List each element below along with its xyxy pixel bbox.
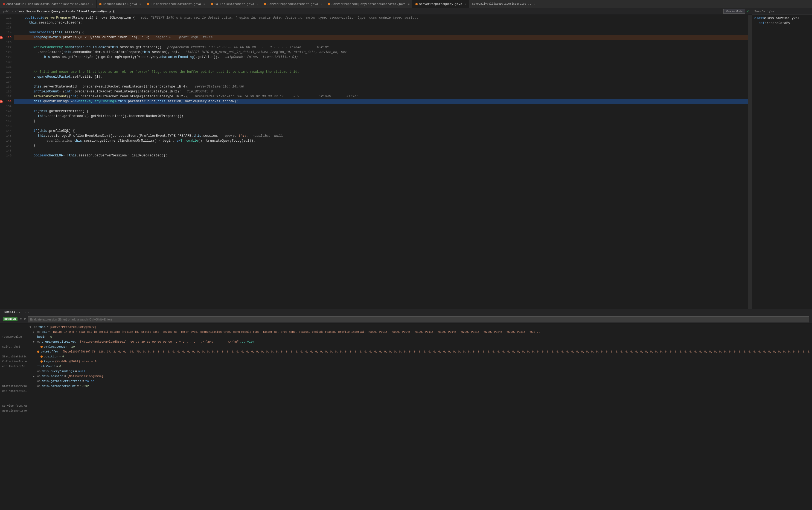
- tab-label-scala: AbstractCollectionStatusStatisticService…: [6, 2, 89, 6]
- debug-item-this[interactable]: ▼ oo this = [ServerPreparedQuery@5672]: [30, 325, 810, 330]
- tab-dot-serverpreparedquery: [415, 3, 417, 5]
- detail-tab-item[interactable]: Detail...: [3, 310, 22, 314]
- code-line-144: if (this.profileSQL) {: [14, 128, 748, 133]
- debug-left-item-15: [0, 393, 27, 398]
- code-line-134: [14, 79, 748, 84]
- debug-item-sql[interactable]: ▶ oo sql = 'INSERT INTO d_h_stat_col_lp_…: [30, 330, 810, 334]
- debug-item-tags[interactable]: tags = {HashMap@5687} size = 0: [30, 359, 810, 364]
- circle-icon-position: [40, 356, 43, 358]
- ln-131: 131: [0, 64, 11, 69]
- tab-close-testcase[interactable]: ✕: [408, 2, 410, 6]
- code-line-146: eventDuration: this.session.getCurrentTi…: [14, 138, 748, 143]
- tab-close-serverpreparedquery[interactable]: ✕: [465, 2, 466, 6]
- ln-141: 141: [0, 114, 11, 119]
- ln-147: 147: [0, 143, 11, 148]
- circle-icon-payloadlength: [40, 346, 43, 348]
- tab-dot-testcase: [328, 3, 330, 5]
- debug-expression-input[interactable]: [28, 317, 809, 322]
- code-content[interactable]: public void serverPrepare(String sql) th…: [14, 15, 748, 309]
- ln-146: 146: [0, 138, 11, 143]
- expand-icon-preparepkt: ▼: [33, 340, 36, 343]
- line-numbers: 121 122 123 124 ● 125 126 127 128 129 13…: [0, 15, 14, 309]
- debug-item-querybindings[interactable]: oo this.queryBindings = null: [30, 369, 810, 374]
- tab-serverpreparedstmt[interactable]: ServerPreparedStatement.java ✕: [261, 0, 325, 8]
- debug-left-item-7: StatusStatisticService (: [0, 354, 27, 359]
- code-line-128: .sendCommand(this.commandBuilder.buildCo…: [14, 50, 748, 55]
- debug-item-bytebuffer[interactable]: byteBuffer = [byte[1024]@5686] [0, 126, …: [30, 349, 810, 354]
- circle-icon-tags: [40, 360, 43, 363]
- tab-label-savedaily: SaveDailyValidateDataDorisService...: [472, 2, 531, 5]
- view-link-preparepkt[interactable]: ... View: [240, 340, 254, 343]
- circle-icon-bytebuffer: [37, 351, 39, 353]
- right-panel-header: SaveDailyVal...: [752, 8, 812, 15]
- ln-143: 143: [0, 124, 11, 128]
- debug-left-item-11: [0, 374, 27, 379]
- code-line-132: // 4.1.1 and newer use the first byte as…: [14, 69, 748, 74]
- debug-left-item-8: CollectionStatusStatisti: [0, 359, 27, 364]
- code-line-130: [14, 60, 748, 64]
- tab-close-serverpreparedstmt[interactable]: ✕: [321, 2, 322, 6]
- ln-144: 144: [0, 128, 11, 133]
- debug-item-fieldcount[interactable]: fieldCount = 0: [30, 364, 810, 369]
- debug-item-payloadlength[interactable]: payloadLength = 10: [30, 344, 810, 349]
- tab-dot-callable: [211, 3, 213, 5]
- scrollbar[interactable]: [748, 15, 752, 309]
- debug-left-item-10: [0, 369, 27, 374]
- expand-icon-session: ▶: [33, 374, 36, 378]
- code-line-129: this.session.getPropertySet().getStringP…: [14, 55, 748, 60]
- tab-savedaily[interactable]: SaveDailyValidateDataDorisService... ✕: [469, 0, 538, 8]
- tab-close-callable[interactable]: ✕: [257, 2, 258, 6]
- tab-callable[interactable]: CallableStatement.java ✕: [208, 0, 261, 8]
- debug-item-gatherperfmetrics[interactable]: oo this.gatherPerfMetrics = false: [30, 379, 810, 384]
- tab-label-clientprepared: ClientPreparedStatement.java: [150, 2, 201, 6]
- tab-clientprepared[interactable]: ClientPreparedStatement.java ✕: [144, 0, 208, 8]
- code-line-131: [14, 64, 748, 69]
- ln-139: 139: [0, 104, 11, 109]
- tab-bar: AbstractCollectionStatusStatisticService…: [0, 0, 812, 8]
- reader-mode-button[interactable]: Reader Mode: [723, 9, 745, 14]
- debug-panel: RUNNING ≡ ▼ (com.mysql.c sql(c.jdbc) Sta…: [0, 315, 812, 510]
- debug-item-position[interactable]: position = 9: [30, 354, 810, 359]
- tab-label-connectionimpl: ConnectionImpl.java: [103, 2, 137, 6]
- breadcrumb-class: public class ServerPreparedQuery extends…: [3, 10, 115, 13]
- filter-dropdown-icon[interactable]: ▼: [24, 318, 26, 321]
- code-line-124: synchronized (this.session) {: [14, 30, 748, 35]
- tab-close-connectionimpl[interactable]: ✕: [140, 2, 141, 6]
- debug-left-item-1: [0, 325, 27, 330]
- ln-129: 129: [0, 55, 11, 60]
- tab-scala[interactable]: AbstractCollectionStatusStatisticService…: [0, 0, 96, 8]
- ln-138[interactable]: ● 138: [0, 99, 11, 104]
- debug-item-session[interactable]: ▶ oo this.session = [NativeSession@5534]: [30, 374, 810, 379]
- code-line-138: this.queryBindings = new NativeQueryBind…: [14, 99, 748, 104]
- editor-main: public class ServerPreparedQuery extends…: [0, 8, 752, 309]
- ln-127: 127: [0, 45, 11, 50]
- code-line-122: this.session.checkClosed();: [14, 20, 748, 25]
- right-panel-code: class class SaveDailyVal def prepareData…: [752, 15, 812, 309]
- ln-125[interactable]: ● 125: [0, 35, 11, 40]
- ln-140: 140: [0, 109, 11, 114]
- debug-item-begin[interactable]: begin = 0: [30, 334, 810, 339]
- editor-header: public class ServerPreparedQuery extends…: [0, 8, 752, 15]
- debug-left-item-5: sql(c.jdbc): [0, 344, 27, 349]
- debug-left-item-17: Service (com.kaifa.data: [0, 403, 27, 408]
- tab-close-savedaily[interactable]: ✕: [533, 2, 535, 6]
- code-line-123: [14, 25, 748, 30]
- tab-testcase[interactable]: ServerPreparedQueryTestcaseGenerator.jav…: [325, 0, 413, 8]
- running-badge: RUNNING: [3, 317, 18, 321]
- right-method-name: prepareDataBy: [765, 21, 790, 26]
- ln-142: 142: [0, 119, 11, 124]
- debug-content: (com.mysql.c sql(c.jdbc) StatusStatistic…: [0, 324, 812, 510]
- debug-left-item-16: [0, 398, 27, 403]
- filter-icon[interactable]: ≡: [20, 318, 22, 321]
- expand-icon-this: ▼: [30, 326, 33, 329]
- tab-close-scala[interactable]: ✕: [92, 2, 93, 6]
- code-line-139: [14, 104, 748, 109]
- tab-close-clientprepared[interactable]: ✕: [203, 2, 205, 6]
- tab-connectionimpl[interactable]: ConnectionImpl.java ✕: [96, 0, 144, 8]
- ln-145: 145: [0, 133, 11, 138]
- tab-serverpreparedquery[interactable]: ServerPreparedQuery.java ✕: [413, 0, 469, 8]
- debug-left-item-9: ect.AbstractCollections: [0, 364, 27, 369]
- ln-132: 132: [0, 69, 11, 74]
- debug-item-preparepkt[interactable]: ▼ oo prepareResultPacket = [NativePacket…: [30, 339, 810, 344]
- debug-item-parametercount[interactable]: oo this.parameterCount = 19392: [30, 384, 810, 389]
